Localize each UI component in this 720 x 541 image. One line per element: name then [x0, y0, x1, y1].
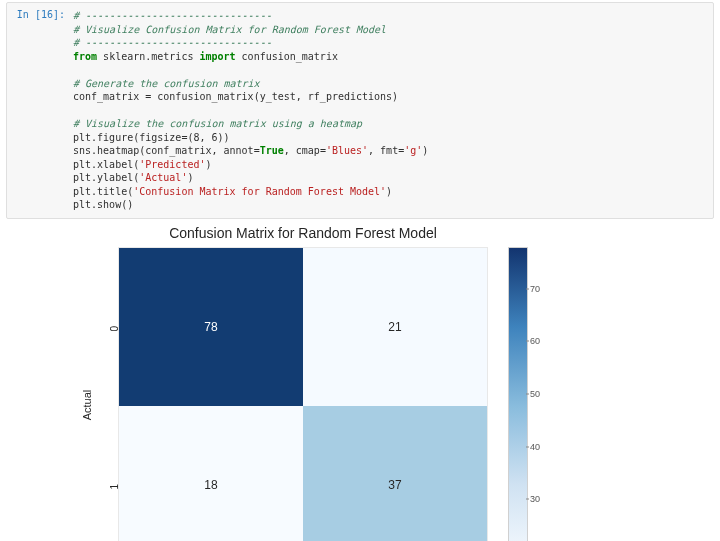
hm-cell-0-1: 21 [303, 248, 487, 406]
colorbar-tick-label: 30 [530, 494, 540, 504]
hm-cell-1-1: 37 [303, 406, 487, 542]
y-tick-0: 0 [109, 326, 120, 342]
colorbar [508, 247, 528, 542]
colorbar-tick-mark [526, 341, 529, 342]
code-cell: In [16]: # -----------------------------… [6, 2, 714, 219]
colorbar-tick-mark [526, 446, 529, 447]
colorbar-tick-mark [526, 499, 529, 500]
colorbar-tick-label: 70 [530, 284, 540, 294]
colorbar-tick-label: 40 [530, 442, 540, 452]
confusion-matrix-heatmap: 78 21 18 37 [118, 247, 488, 542]
colorbar-tick-mark [526, 393, 529, 394]
colorbar-tick-label: 60 [530, 336, 540, 346]
hm-cell-0-0: 78 [119, 248, 303, 406]
hm-cell-1-0: 18 [119, 406, 303, 542]
chart-output: Confusion Matrix for Random Forest Model… [68, 225, 628, 542]
colorbar-tick-label: 50 [530, 389, 540, 399]
chart-title: Confusion Matrix for Random Forest Model [118, 225, 488, 241]
code-area[interactable]: # ------------------------------- # Visu… [73, 3, 436, 218]
y-axis-label: Actual [81, 389, 93, 420]
input-prompt: In [16]: [7, 3, 73, 218]
y-tick-1: 1 [109, 484, 120, 500]
colorbar-tick-mark [526, 288, 529, 289]
